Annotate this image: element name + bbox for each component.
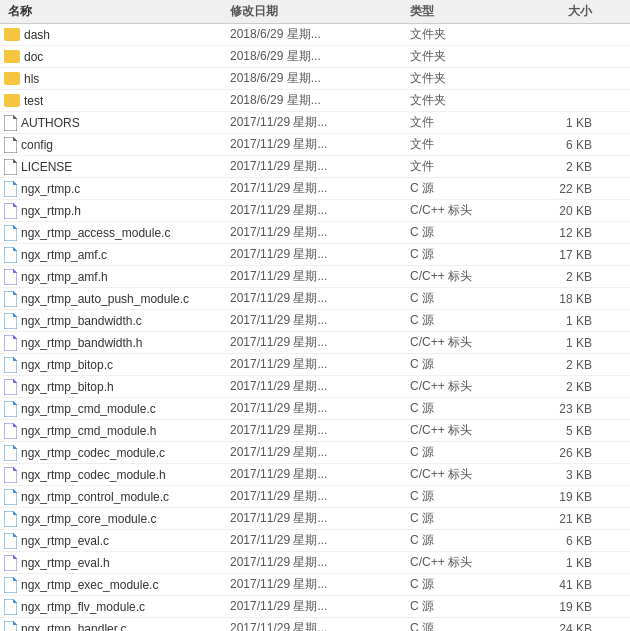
file-date-cell: 2017/11/29 星期... [230,356,410,373]
file-icon [4,159,17,175]
table-row[interactable]: ngx_rtmp_exec_module.c 2017/11/29 星期... … [0,574,630,596]
file-type-cell: C 源 [410,444,520,461]
table-row[interactable]: dash 2018/6/29 星期... 文件夹 [0,24,630,46]
table-row[interactable]: ngx_rtmp_flv_module.c 2017/11/29 星期... C… [0,596,630,618]
file-type-cell: C/C++ 标头 [410,334,520,351]
file-icon [4,599,17,615]
filename-label: LICENSE [21,160,72,174]
file-type-cell: C 源 [410,356,520,373]
table-row[interactable]: ngx_rtmp.c 2017/11/29 星期... C 源 22 KB [0,178,630,200]
filename-label: hls [24,72,39,86]
file-name-cell: ngx_rtmp_bitop.h [0,379,230,395]
file-name-cell: ngx_rtmp_amf.h [0,269,230,285]
file-name-cell: test [0,94,230,108]
file-name-cell: ngx_rtmp_handler.c [0,621,230,632]
file-date-cell: 2017/11/29 星期... [230,312,410,329]
file-icon [4,489,17,505]
file-size-cell: 1 KB [520,336,600,350]
file-name-cell: ngx_rtmp_control_module.c [0,489,230,505]
table-row[interactable]: ngx_rtmp_codec_module.c 2017/11/29 星期...… [0,442,630,464]
file-date-cell: 2017/11/29 星期... [230,422,410,439]
file-name-cell: ngx_rtmp_eval.c [0,533,230,549]
file-icon [4,533,17,549]
table-row[interactable]: config 2017/11/29 星期... 文件 6 KB [0,134,630,156]
table-row[interactable]: ngx_rtmp_bitop.c 2017/11/29 星期... C 源 2 … [0,354,630,376]
file-name-cell: ngx_rtmp_bandwidth.c [0,313,230,329]
file-icon [4,423,17,439]
filename-label: ngx_rtmp_bitop.h [21,380,114,394]
table-row[interactable]: test 2018/6/29 星期... 文件夹 [0,90,630,112]
file-name-cell: LICENSE [0,159,230,175]
file-size-cell: 3 KB [520,468,600,482]
filename-label: ngx_rtmp_control_module.c [21,490,169,504]
table-row[interactable]: ngx_rtmp_amf.c 2017/11/29 星期... C 源 17 K… [0,244,630,266]
file-icon [4,225,17,241]
file-size-cell: 41 KB [520,578,600,592]
table-row[interactable]: ngx_rtmp_handler.c 2017/11/29 星期... C 源 … [0,618,630,631]
table-row[interactable]: ngx_rtmp_eval.h 2017/11/29 星期... C/C++ 标… [0,552,630,574]
table-row[interactable]: ngx_rtmp_core_module.c 2017/11/29 星期... … [0,508,630,530]
file-name-cell: ngx_rtmp_access_module.c [0,225,230,241]
filename-label: ngx_rtmp_handler.c [21,622,126,632]
table-row[interactable]: ngx_rtmp_amf.h 2017/11/29 星期... C/C++ 标头… [0,266,630,288]
file-type-cell: C/C++ 标头 [410,202,520,219]
filename-label: doc [24,50,43,64]
table-row[interactable]: AUTHORS 2017/11/29 星期... 文件 1 KB [0,112,630,134]
file-size-cell: 17 KB [520,248,600,262]
file-type-cell: 文件 [410,136,520,153]
file-type-cell: C 源 [410,620,520,631]
file-date-cell: 2017/11/29 星期... [230,400,410,417]
svg-marker-46 [4,621,17,632]
file-date-cell: 2017/11/29 星期... [230,378,410,395]
file-icon [4,445,17,461]
table-row[interactable]: ngx_rtmp_access_module.c 2017/11/29 星期..… [0,222,630,244]
table-row[interactable]: ngx_rtmp_cmd_module.c 2017/11/29 星期... C… [0,398,630,420]
table-row[interactable]: doc 2018/6/29 星期... 文件夹 [0,46,630,68]
file-name-cell: ngx_rtmp_core_module.c [0,511,230,527]
file-icon [4,555,17,571]
file-name-cell: ngx_rtmp_bitop.c [0,357,230,373]
file-date-cell: 2018/6/29 星期... [230,70,410,87]
filename-label: ngx_rtmp_amf.c [21,248,107,262]
file-icon [4,335,17,351]
file-icon [4,467,17,483]
table-row[interactable]: ngx_rtmp_cmd_module.h 2017/11/29 星期... C… [0,420,630,442]
folder-icon [4,28,20,41]
file-type-cell: C 源 [410,576,520,593]
file-type-cell: 文件 [410,158,520,175]
table-row[interactable]: ngx_rtmp_eval.c 2017/11/29 星期... C 源 6 K… [0,530,630,552]
table-row[interactable]: ngx_rtmp_auto_push_module.c 2017/11/29 星… [0,288,630,310]
file-size-cell: 6 KB [520,534,600,548]
file-type-cell: C 源 [410,532,520,549]
file-type-cell: C/C++ 标头 [410,554,520,571]
file-size-cell: 2 KB [520,270,600,284]
filename-label: ngx_rtmp_flv_module.c [21,600,145,614]
table-row[interactable]: ngx_rtmp.h 2017/11/29 星期... C/C++ 标头 20 … [0,200,630,222]
file-type-cell: C/C++ 标头 [410,378,520,395]
file-type-cell: C 源 [410,246,520,263]
table-row[interactable]: ngx_rtmp_bandwidth.c 2017/11/29 星期... C … [0,310,630,332]
file-size-cell: 21 KB [520,512,600,526]
table-row[interactable]: ngx_rtmp_control_module.c 2017/11/29 星期.… [0,486,630,508]
file-name-cell: ngx_rtmp_exec_module.c [0,577,230,593]
file-type-cell: C/C++ 标头 [410,268,520,285]
filename-label: ngx_rtmp.c [21,182,80,196]
table-row[interactable]: hls 2018/6/29 星期... 文件夹 [0,68,630,90]
filename-label: ngx_rtmp_bitop.c [21,358,113,372]
file-name-cell: ngx_rtmp.h [0,203,230,219]
file-size-cell: 2 KB [520,380,600,394]
file-type-cell: C 源 [410,400,520,417]
file-type-cell: C 源 [410,224,520,241]
header-date: 修改日期 [230,3,410,20]
file-name-cell: ngx_rtmp_cmd_module.c [0,401,230,417]
table-row[interactable]: ngx_rtmp_bitop.h 2017/11/29 星期... C/C++ … [0,376,630,398]
table-row[interactable]: LICENSE 2017/11/29 星期... 文件 2 KB [0,156,630,178]
file-name-cell: doc [0,50,230,64]
filename-label: ngx_rtmp_access_module.c [21,226,170,240]
file-date-cell: 2018/6/29 星期... [230,26,410,43]
svg-marker-37 [13,511,17,515]
table-row[interactable]: ngx_rtmp_codec_module.h 2017/11/29 星期...… [0,464,630,486]
file-date-cell: 2017/11/29 星期... [230,466,410,483]
file-icon [4,137,17,153]
table-row[interactable]: ngx_rtmp_bandwidth.h 2017/11/29 星期... C/… [0,332,630,354]
